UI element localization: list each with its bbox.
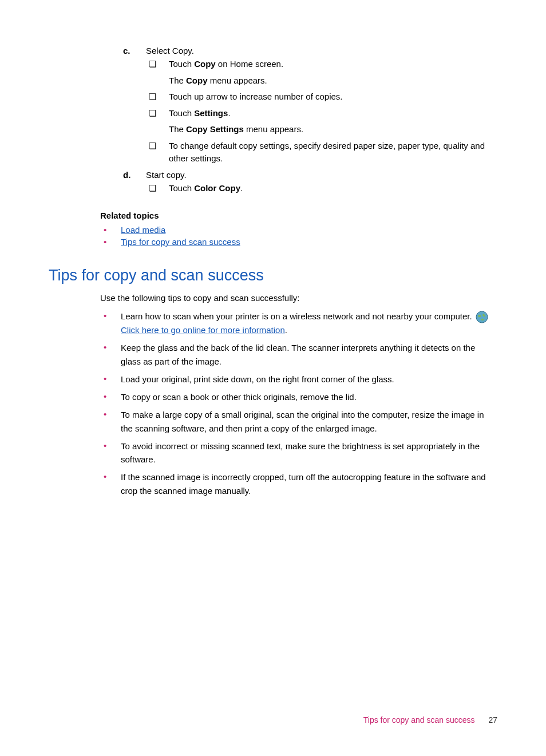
checkbox-icon: ❏ — [149, 90, 169, 102]
tip-text: Learn how to scan when your printer is o… — [121, 310, 497, 337]
tip-item-1: • Learn how to scan when your printer is… — [104, 310, 497, 337]
page-footer: Tips for copy and scan success 27 — [363, 715, 497, 725]
bullet-icon: • — [104, 373, 121, 386]
step-d-header: d. Start copy. — [123, 170, 497, 180]
tip-item-4: • To copy or scan a book or other thick … — [104, 390, 497, 403]
step-c-item-2: ❏ Touch up arrow to increase number of c… — [149, 90, 497, 104]
bullet-icon: • — [104, 470, 121, 484]
section-title: Tips for copy and scan success — [49, 267, 497, 284]
svg-point-0 — [476, 311, 488, 323]
bullet-icon: • — [104, 237, 121, 247]
step-letter: c. — [123, 46, 146, 56]
related-item-1: • Load media — [104, 225, 497, 235]
tip-text: If the scanned image is incorrectly crop… — [121, 470, 497, 497]
step-text: Start copy. — [146, 170, 187, 180]
tip-text: To avoid incorrect or missing scanned te… — [121, 440, 497, 466]
bullet-icon: • — [104, 341, 121, 354]
online-info-link[interactable]: Click here to go online for more informa… — [121, 325, 285, 335]
checkbox-icon: ❏ — [149, 140, 169, 152]
step-c-sub-2: The Copy Settings menu appears. — [169, 123, 497, 136]
tip-text: To make a large copy of a small original… — [121, 408, 497, 435]
checkbox-text: To change default copy settings, specify… — [169, 140, 489, 165]
checkbox-text: Touch Copy on Home screen. — [169, 58, 283, 71]
tip-item-6: • To avoid incorrect or missing scanned … — [104, 440, 497, 466]
checkbox-icon: ❏ — [149, 182, 169, 194]
tip-item-3: • Load your original, print side down, o… — [104, 373, 497, 386]
step-c-item-1: ❏ Touch Copy on Home screen. — [149, 58, 497, 71]
tip-text: Load your original, print side down, on … — [121, 373, 394, 386]
step-c-item-3: ❏ Touch Settings. — [149, 107, 497, 120]
step-letter: d. — [123, 170, 146, 180]
tip-item-7: • If the scanned image is incorrectly cr… — [104, 470, 497, 497]
step-text: Select Copy. — [146, 46, 194, 56]
tip-item-2: • Keep the glass and the back of the lid… — [104, 341, 497, 368]
tip-post-text: . — [285, 325, 287, 335]
tip-item-5: • To make a large copy of a small origin… — [104, 408, 497, 435]
tip-text: To copy or scan a book or other thick or… — [121, 390, 357, 403]
tip-pre-text: Learn how to scan when your printer is o… — [121, 311, 474, 321]
page-number: 27 — [488, 715, 497, 725]
bullet-icon: • — [104, 440, 121, 453]
step-c-header: c. Select Copy. — [123, 46, 497, 56]
checkbox-text: Touch Settings. — [169, 107, 231, 120]
step-c-sub-1: The Copy menu appears. — [169, 74, 497, 88]
related-item-2: • Tips for copy and scan success — [104, 237, 497, 247]
checkbox-icon: ❏ — [149, 107, 169, 119]
step-d-item-1: ❏ Touch Color Copy. — [149, 182, 497, 195]
globe-icon — [476, 311, 488, 323]
bullet-icon: • — [104, 310, 121, 323]
checkbox-text: Touch Color Copy. — [169, 182, 243, 195]
checkbox-icon: ❏ — [149, 58, 169, 70]
related-heading: Related topics — [100, 211, 497, 220]
tip-text: Keep the glass and the back of the lid c… — [121, 341, 497, 368]
related-link-load-media[interactable]: Load media — [121, 225, 165, 235]
related-link-tips[interactable]: Tips for copy and scan success — [121, 237, 240, 247]
bullet-icon: • — [104, 225, 121, 235]
section-intro: Use the following tips to copy and scan … — [100, 293, 497, 303]
checkbox-text: Touch up arrow to increase number of cop… — [169, 90, 343, 104]
bullet-icon: • — [104, 408, 121, 421]
step-c-item-4: ❏ To change default copy settings, speci… — [149, 140, 497, 165]
bullet-icon: • — [104, 390, 121, 403]
footer-title: Tips for copy and scan success — [363, 715, 475, 725]
